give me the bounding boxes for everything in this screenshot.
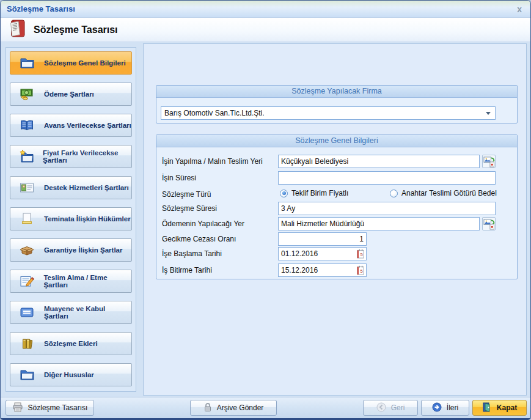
groupbox-firm-title: Sözleşme Yapılacak Firma (156, 86, 517, 98)
sidebar-item-label: Avans Verilecekse Şartları (44, 122, 131, 129)
radio-selected-icon (280, 190, 288, 197)
svg-text:5: 5 (361, 252, 363, 257)
sidebar-item-label: Garantiye İlişkin Şartlar (44, 246, 122, 254)
svg-text:5: 5 (361, 268, 363, 274)
delivery-place-input[interactable] (278, 155, 480, 168)
lock-icon (203, 402, 212, 414)
sidebar-item-muayene-ve-kabul-sartlari[interactable]: Muayene ve Kabul Şartları (10, 301, 132, 324)
radio-label: Teklif Birim Fiyatlı (291, 189, 348, 197)
title-bar: Sözleşme Tasarısı x (1, 1, 530, 18)
page-title: Sözleşme Tasarısı (34, 24, 118, 35)
folder-star-icon (19, 150, 34, 163)
next-button[interactable]: İleri (421, 400, 469, 416)
sidebar-item-fiyat-farki-verilecekse-sartlari[interactable]: Fiyat Farkı Verilecekse Şartları (10, 145, 132, 168)
sidebar-item-teslim-alma-etme-sartlari[interactable]: Teslim Alma / Etme Şartları (10, 270, 132, 293)
row-end-date: İş Bitirme Tarihi 5 (156, 263, 517, 277)
sidebar-item-avans-verilecekse-sartlari[interactable]: Avans Verilecekse Şartları (10, 114, 132, 137)
printer-icon (12, 402, 23, 414)
calendar-icon[interactable]: 5 (356, 265, 365, 276)
delay-penalty-label: Gecikme Cezası Oranı (162, 232, 236, 246)
contract-draft-print-button[interactable]: Sözleşme Tasarısı (5, 400, 94, 416)
sidebar-item-label: Fiyat Farkı Verilecekse Şartları (43, 149, 131, 164)
sidebar-item-sozlesme-genel-bilgileri[interactable]: Sözleşme Genel Bilgileri (10, 51, 132, 75)
sidebar-item-destek-hizmetleri-sartlari[interactable]: Destek Hizmetleri Şartları (10, 176, 132, 199)
books-icon (19, 337, 35, 350)
row-work-duration: İşin Süresi (156, 171, 517, 185)
close-button[interactable]: Kapat (472, 400, 527, 416)
sidebar-item-label: Muayene ve Kabul Şartları (44, 305, 131, 320)
sidebar-item-odeme-sartlari[interactable]: Ödeme Şartları (10, 83, 132, 106)
content-panel: Sözleşme Yapılacak Firma Barış Otomotiv … (143, 43, 527, 396)
radio-anahtar-teslimi[interactable]: Anahtar Teslimi Götürü Bedel (390, 189, 497, 197)
notepad-pencil-icon (19, 275, 34, 287)
red-book-icon (8, 19, 26, 41)
send-to-archive-button-label: Arşive Gönder (217, 403, 264, 412)
firm-combobox[interactable]: Barış Otomotiv San.Tic.Ltd.Şti. (161, 106, 496, 120)
sidebar-item-garantiye-iliskin-sartlar[interactable]: Garantiye İlişkin Şartlar (10, 238, 132, 262)
start-date-input[interactable] (279, 249, 349, 258)
list-card-icon (19, 306, 35, 319)
send-to-archive-button[interactable]: Arşive Gönder (190, 400, 277, 416)
contract-draft-button-label: Sözleşme Tasarısı (28, 403, 88, 412)
close-icon[interactable]: x (515, 5, 524, 13)
end-date-field: 5 (278, 263, 367, 277)
contract-type-label: Sözleşme Türü (162, 188, 211, 201)
row-contract-type: Sözleşme Türü Teklif Birim Fiyatlı Anaht… (156, 188, 517, 201)
sidebar: Sözleşme Genel Bilgileri Ödeme Şartları (5, 47, 136, 392)
delivery-place-label: İşin Yapılma / Malın Teslim Yeri (162, 155, 263, 168)
sidebar-item-label: Sözleşme Ekleri (44, 340, 98, 347)
folder-icon (19, 57, 35, 69)
close-button-label: Kapat (497, 403, 517, 412)
page-header: Sözleşme Tasarısı (1, 18, 530, 42)
row-delay-penalty: Gecikme Cezası Oranı (156, 232, 517, 246)
start-date-field: 5 (278, 247, 367, 260)
money-icon (19, 88, 35, 100)
row-delivery-place: İşin Yapılma / Malın Teslim Yeri (156, 155, 517, 168)
calendar-icon[interactable]: 5 (356, 249, 365, 259)
open-box-icon (19, 244, 35, 256)
next-button-label: İleri (447, 403, 458, 412)
document-icon (19, 213, 35, 225)
arrow-right-circle-icon (432, 402, 442, 414)
radio-unselected-icon (390, 190, 398, 197)
window-title: Sözleşme Tasarısı (7, 4, 515, 13)
payment-place-input[interactable] (278, 217, 480, 230)
groupbox-general-info: Sözleşme Genel Bilgileri İşin Yapılma / … (156, 134, 518, 279)
arrow-left-circle-icon (376, 402, 386, 414)
contract-duration-label: Sözleşme Süresi (162, 202, 217, 215)
row-contract-duration: Sözleşme Süresi (156, 202, 517, 215)
end-date-input[interactable] (279, 266, 349, 274)
firm-combobox-value: Barış Otomotiv San.Tic.Ltd.Şti. (164, 109, 265, 117)
sidebar-item-label: Teminata İlişkin Hükümler (44, 215, 131, 223)
contract-duration-input[interactable] (278, 202, 496, 215)
sidebar-item-label: Sözleşme Genel Bilgileri (44, 59, 126, 67)
chevron-down-icon (486, 112, 491, 115)
sidebar-item-diger-hususlar[interactable]: Diğer Hususlar (10, 363, 132, 386)
picture-import-icon[interactable] (482, 155, 496, 168)
work-duration-input[interactable] (278, 171, 496, 185)
footer-bar: Sözleşme Tasarısı Arşive Gönder Geri (1, 397, 530, 418)
radio-label: Anahtar Teslimi Götürü Bedel (401, 189, 497, 197)
sidebar-item-label: Ödeme Şartları (44, 90, 94, 98)
folder-icon (19, 369, 35, 381)
delay-penalty-input[interactable] (278, 232, 367, 246)
row-payment-place: Ödemenin Yapılacağı Yer (156, 217, 517, 230)
picture-import-icon[interactable] (482, 217, 496, 230)
sidebar-item-teminata-iliskin-hukumler[interactable]: Teminata İlişkin Hükümler (10, 207, 132, 230)
end-date-label: İş Bitirme Tarihi (162, 263, 212, 277)
main-area: Sözleşme Genel Bilgileri Ödeme Şartları (1, 42, 530, 397)
contract-draft-window: Sözleşme Tasarısı x Sözleşme Tasarısı (0, 0, 531, 420)
row-start-date: İşe Başlama Tarihi 5 (156, 247, 517, 260)
back-button-label: Geri (391, 403, 405, 412)
work-duration-label: İşin Süresi (162, 171, 196, 185)
radio-teklif-birim-fiyatli[interactable]: Teklif Birim Fiyatlı (280, 189, 348, 197)
sidebar-item-label: Destek Hizmetleri Şartları (44, 184, 129, 191)
door-exit-icon (482, 402, 492, 414)
payment-place-label: Ödemenin Yapılacağı Yer (162, 217, 244, 230)
groupbox-general-title: Sözleşme Genel Bilgileri (156, 135, 517, 147)
sidebar-item-sozlesme-ekleri[interactable]: Sözleşme Ekleri (10, 332, 132, 355)
id-card-icon (19, 182, 35, 194)
back-button[interactable]: Geri (363, 400, 418, 416)
open-book-icon (19, 119, 35, 131)
sidebar-item-label: Diğer Hususlar (44, 371, 94, 378)
